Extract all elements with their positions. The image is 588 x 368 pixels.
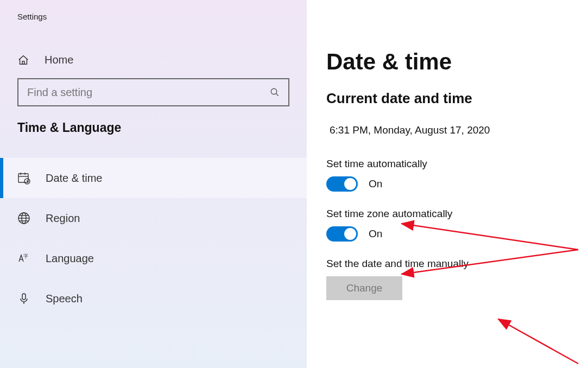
set-time-auto-toggle[interactable] <box>326 176 358 192</box>
home-label: Home <box>45 54 73 66</box>
nav-label: Region <box>46 212 80 225</box>
nav-label: Language <box>46 252 94 265</box>
svg-line-2 <box>276 93 279 96</box>
search-box[interactable] <box>17 78 289 106</box>
set-tz-auto-toggle[interactable] <box>326 226 358 242</box>
language-icon: 字 <box>17 252 30 265</box>
nav-speech[interactable]: Speech <box>0 278 307 319</box>
search-icon <box>270 87 280 97</box>
svg-rect-0 <box>22 61 24 64</box>
set-tz-auto-state: On <box>369 228 382 240</box>
nav-region[interactable]: Region <box>0 198 307 238</box>
svg-text:字: 字 <box>23 253 28 259</box>
nav-date-time[interactable]: Date & time <box>0 158 307 198</box>
set-tz-auto-label: Set time zone automatically <box>326 208 588 220</box>
svg-point-1 <box>271 88 277 94</box>
app-title: Settings <box>0 12 307 21</box>
microphone-icon <box>17 292 30 305</box>
content-pane: Date & time Current date and time 6:31 P… <box>307 0 588 368</box>
home-nav[interactable]: Home <box>0 54 307 66</box>
nav-label: Speech <box>46 293 83 305</box>
change-button: Change <box>326 276 402 300</box>
search-input[interactable] <box>27 86 270 99</box>
globe-icon <box>17 212 30 225</box>
set-time-auto-label: Set time automatically <box>326 158 588 170</box>
subheading-current-datetime: Current date and time <box>326 90 588 107</box>
set-manual-label: Set the date and time manually <box>326 258 588 270</box>
nav-label: Date & time <box>46 172 102 185</box>
nav-language[interactable]: 字 Language <box>0 238 307 278</box>
calendar-clock-icon <box>17 172 30 185</box>
svg-rect-17 <box>22 294 26 300</box>
home-icon <box>17 54 29 66</box>
page-title: Date & time <box>326 49 588 75</box>
sidebar: Settings Home Time & Language <box>0 0 307 368</box>
datetime-value: 6:31 PM, Monday, August 17, 2020 <box>330 124 588 136</box>
section-title: Time & Language <box>0 120 307 135</box>
set-time-auto-state: On <box>369 178 382 190</box>
svg-line-9 <box>27 181 28 182</box>
